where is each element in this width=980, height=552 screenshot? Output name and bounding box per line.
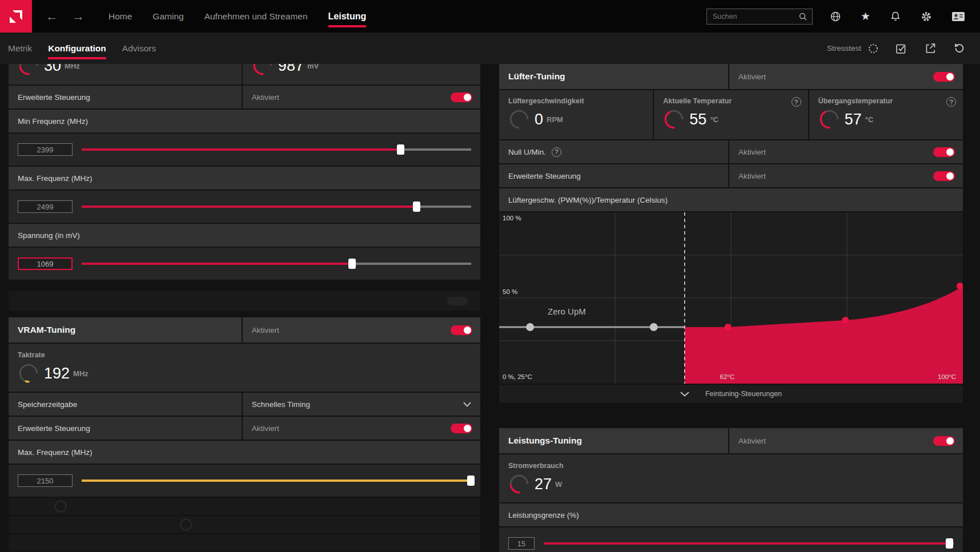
min-frequency-input[interactable]: 2399 — [18, 143, 73, 156]
svg-text:100 %: 100 % — [503, 215, 521, 221]
globe-icon[interactable] — [830, 11, 841, 22]
vram-max-frequency-header: Max. Frequenz (MHz) — [9, 441, 480, 464]
fan-tuning-toggle[interactable] — [933, 72, 955, 82]
apply-profile-icon[interactable] — [895, 43, 907, 54]
nav-item-recording-streaming[interactable]: Aufnehmen und Streamen — [204, 11, 308, 22]
performance-subnav: Metrik Konfiguration Advisors Stresstest — [0, 33, 980, 64]
fan-gauges-row: Lüftergeschwindigkeit 0 RPM Aktuelle Tem… — [499, 90, 963, 139]
search-icon[interactable] — [798, 12, 808, 21]
slider-handle[interactable] — [348, 259, 356, 269]
vram-max-frequency-slider[interactable] — [82, 475, 471, 486]
vram-advanced-control-toggle[interactable] — [451, 424, 472, 433]
voltage-slider[interactable] — [82, 258, 471, 269]
junction-temperature-unit: °C — [865, 115, 874, 124]
spinner-icon — [868, 43, 878, 54]
vram-clock-gauge: 192 MHz — [18, 362, 89, 384]
fine-tuning-expander[interactable]: Feintuning-Steuerungen — [499, 385, 963, 403]
power-tuning-header-row: Leistungs-Tuning Aktiviert — [499, 428, 963, 453]
gauge-arc-icon — [18, 362, 39, 384]
memory-timing-value: Schnelles Timing — [252, 400, 310, 409]
fan-speed-label: Lüftergeschwindigkeit — [508, 97, 644, 105]
slider-fill — [82, 480, 471, 482]
min-frequency-label: Min Frequenz (MHz) — [18, 117, 88, 126]
enabled-label: Aktiviert — [252, 93, 279, 102]
min-frequency-slider[interactable] — [82, 144, 471, 155]
slider-handle[interactable] — [413, 202, 420, 212]
fan-chart-title: Lüftergeschw. (PWM(%))/Temperatur (Celsi… — [508, 196, 668, 204]
slider-fill — [82, 263, 352, 265]
voltage-input[interactable]: 1069 — [18, 257, 73, 270]
fine-tuning-label: Feintuning-Steuerungen — [705, 390, 782, 398]
fan-speed-value: 0 — [535, 111, 543, 128]
help-icon[interactable]: ? — [946, 97, 956, 107]
search-input[interactable] — [713, 13, 798, 21]
svg-text:100°C: 100°C — [938, 373, 956, 380]
nav-item-home[interactable]: Home — [109, 11, 132, 22]
gpu-gauges-row: 30 MHz 987 mV — [9, 64, 480, 84]
gear-icon[interactable] — [921, 11, 932, 22]
fan-speed-unit: RPM — [547, 115, 563, 124]
power-consumption-section: Stromverbrauch 27 W — [499, 454, 963, 502]
reset-icon[interactable] — [953, 42, 965, 54]
max-frequency-input[interactable]: 2499 — [18, 200, 73, 213]
vram-clock-value: 192 — [44, 365, 70, 382]
memory-timing-select[interactable]: Schnelles Timing — [243, 393, 480, 416]
forward-button[interactable]: → — [72, 10, 85, 23]
nav-item-gaming[interactable]: Gaming — [152, 11, 183, 22]
tab-metrik[interactable]: Metrik — [8, 43, 32, 54]
power-limit-input[interactable]: 15 — [508, 537, 535, 550]
nav-item-performance[interactable]: Leistung — [328, 11, 367, 22]
slider-fill — [82, 148, 401, 151]
star-icon[interactable]: ★ — [861, 11, 870, 22]
slider-handle[interactable] — [397, 144, 404, 155]
topbar-icons: ★ — [830, 10, 965, 23]
current-temperature-unit: °C — [710, 115, 718, 124]
svg-text:Zero UpM: Zero UpM — [548, 307, 586, 316]
fan-advanced-control-toggle[interactable] — [933, 171, 955, 181]
gauge-arc-icon — [252, 64, 274, 76]
gpu-frequency-gauge: 30 MHz — [18, 64, 80, 76]
enabled-label: Aktiviert — [738, 72, 766, 81]
share-export-icon[interactable] — [924, 42, 936, 54]
slider-handle[interactable] — [946, 538, 953, 549]
power-limit-slider[interactable] — [544, 538, 954, 549]
chevron-down-icon[interactable] — [463, 402, 471, 407]
power-tuning-toggle[interactable] — [933, 436, 955, 446]
vram-tuning-title: VRAM-Tuning — [18, 325, 75, 335]
slider-handle[interactable] — [467, 476, 475, 486]
zero-rpm-toggle[interactable] — [933, 147, 955, 157]
power-consumption-label: Stromverbrauch — [508, 462, 564, 470]
gpu-voltage-gauge: 987 mV — [252, 64, 319, 76]
power-consumption-value: 27 — [535, 476, 552, 493]
gpu-advanced-control-toggle[interactable] — [451, 92, 472, 102]
vram-max-frequency-slider-row: 2150 — [9, 465, 480, 497]
tab-konfiguration[interactable]: Konfiguration — [48, 43, 106, 54]
power-consumption-gauge: 27 W — [508, 473, 562, 495]
bell-icon[interactable] — [890, 11, 901, 22]
back-button[interactable]: ← — [46, 10, 58, 23]
tuning-content: 30 MHz 987 mV Erweiterte Steuerung Aktiv… — [0, 64, 980, 552]
gauge-arc-icon — [508, 108, 530, 130]
help-icon[interactable]: ? — [792, 97, 801, 107]
gpu-frequency-unit: MHz — [65, 64, 80, 70]
svg-text:62°C: 62°C — [720, 373, 735, 380]
advanced-control-label: Erweiterte Steuerung — [508, 172, 581, 180]
stresstest-button[interactable]: Stresstest — [827, 43, 878, 54]
vram-max-frequency-input[interactable]: 2150 — [18, 474, 73, 487]
fan-speed-cell: Lüftergeschwindigkeit 0 RPM — [499, 90, 653, 139]
help-icon[interactable]: ? — [552, 147, 561, 157]
vram-advanced-control-row: Erweiterte Steuerung Aktiviert — [9, 417, 480, 440]
max-frequency-label: Max. Frequenz (MHz) — [18, 174, 93, 183]
advanced-control-label: Erweiterte Steuerung — [18, 424, 90, 433]
tab-advisors[interactable]: Advisors — [122, 43, 156, 54]
current-temperature-label: Aktuelle Temperatur — [663, 97, 798, 105]
enabled-label: Aktiviert — [738, 172, 766, 180]
amd-logo[interactable] — [0, 0, 32, 33]
user-account-icon[interactable] — [951, 10, 965, 23]
max-frequency-header: Max. Frequenz (MHz) — [9, 167, 480, 190]
gauge-arc-icon — [663, 108, 685, 130]
vram-tuning-toggle[interactable] — [451, 325, 472, 335]
max-frequency-slider[interactable] — [82, 201, 471, 212]
fan-curve-chart[interactable]: 100 %50 %Zero UpM0 %, 25°C62°C100°C — [499, 212, 963, 384]
memory-timing-row: Speicherzeitgabe Schnelles Timing — [9, 393, 480, 416]
